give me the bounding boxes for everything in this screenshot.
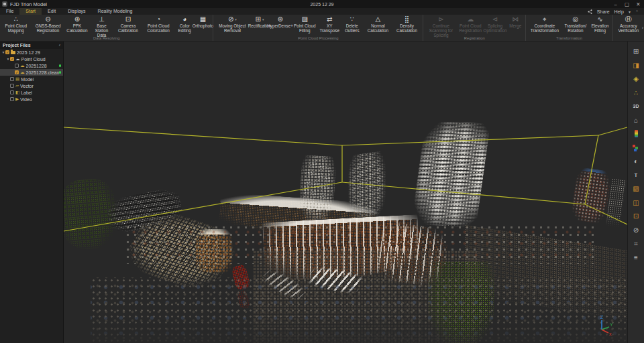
ribbon-button-color-editing[interactable]: ◕Color Editing (175, 15, 194, 33)
ribbon-button-orthophoto[interactable]: ▦Orthophoto (194, 15, 211, 29)
ribbon-button-splicing-optimization: ⊲Splicing Optimization (484, 15, 506, 33)
hide-region-icon[interactable]: ⊘ (632, 226, 641, 234)
tree-item-label: Point Cloud (21, 57, 46, 62)
ribbon-button-label: Point Cloud Registration (459, 24, 482, 33)
ribbon-button-translation-rotation[interactable]: ◎Translation/ Rotation (562, 15, 590, 33)
visibility-checkbox[interactable] (10, 57, 14, 61)
tree-item-point-cloud[interactable]: ▼☁Point Cloud (0, 56, 63, 62)
ribbon-group-label: Registration (423, 36, 525, 40)
orthophoto-icon: ▦ (200, 15, 206, 23)
ribbon-button-coordinate-transformation[interactable]: ⌖Coordinate Transformation (527, 15, 561, 33)
box-select-icon[interactable]: ▧ (632, 184, 641, 193)
camera-view-icon[interactable]: ◨ (632, 61, 641, 70)
visibility-checkbox[interactable] (15, 64, 19, 68)
section-box-icon[interactable]: ⊡ (632, 212, 641, 220)
text-label-icon[interactable]: T (632, 171, 641, 180)
ribbon-button-moving-object-removal[interactable]: ⊘▾Moving Object Removal (215, 15, 250, 33)
ribbon-button-ppk-calculation[interactable]: ⊕PPK Calculation (66, 15, 89, 33)
menu-tab-reality-modeling[interactable]: Reality Modeling (92, 8, 139, 15)
gnss-based-registration-icon: ⊖ (45, 15, 50, 23)
rgb-squares (633, 144, 640, 151)
menu-tab-displays[interactable]: Displays (62, 8, 91, 15)
visibility-checkbox[interactable] (5, 50, 9, 54)
color-palette-icon[interactable] (632, 143, 641, 152)
dropdown-caret-icon[interactable]: ▾ (262, 15, 264, 23)
ribbon-button-elevation-fitting[interactable]: ∿Elevation Fitting (589, 15, 610, 33)
dropdown-caret-icon[interactable]: ▾ (235, 15, 237, 23)
ribbon-button-rectification[interactable]: ⊞▾Rectification (250, 15, 269, 29)
help-dropdown-icon[interactable]: ▾ (629, 9, 631, 14)
panel-collapse-icon[interactable]: ‹ (59, 43, 60, 48)
tree-item-video[interactable]: ▶Video (0, 96, 63, 102)
tree-item-model[interactable]: ▤Model (0, 76, 63, 82)
viewport-3d[interactable]: Z Y x (64, 42, 627, 343)
ribbon-button-label: Elevation Fitting (590, 24, 609, 33)
point-cloud-mid-speckle (124, 224, 594, 264)
share-button[interactable]: Share (597, 9, 610, 14)
minimize-button[interactable]: – (610, 1, 621, 7)
ribbon-button-label: Normal Calculation (365, 24, 391, 33)
xy-transpose-icon: ⇄ (327, 15, 332, 23)
ribbon-button-label: Splicing Optimization (484, 24, 507, 33)
ribbon-overflow-icon[interactable]: › (642, 25, 643, 30)
ribbon-button-delete-outliers[interactable]: ∵Delete Outliers (341, 15, 364, 33)
tree-item-label: Model (21, 77, 34, 82)
ribbon-button-gnss-based-registration[interactable]: ⊖GNSS-Based Registration (31, 15, 66, 33)
contrast-icon[interactable]: ◐ (632, 157, 641, 165)
menu-tab-start[interactable]: Start (19, 8, 42, 15)
slice-box-icon[interactable]: ◫ (632, 198, 641, 207)
lock-view-icon[interactable]: ⌂ (632, 116, 641, 125)
help-button[interactable]: Help (614, 9, 624, 14)
delete-outliers-icon: ∵ (350, 15, 354, 23)
menu-tab-edit[interactable]: Edit (42, 8, 62, 15)
tree-item-vector[interactable]: ▱Vector (0, 82, 63, 89)
color-editing-icon: ◕ (182, 15, 186, 23)
rectification-icon: ⊞▾ (255, 15, 264, 23)
ribbon-group-label: Data Resolving (0, 36, 213, 40)
measure-points-icon[interactable]: ∴ (632, 88, 641, 97)
color-ramp-icon[interactable] (632, 129, 641, 138)
visibility-checkbox[interactable] (15, 70, 19, 74)
ribbon-button-camera-calibration[interactable]: ⊡Camera Calibration (115, 15, 142, 33)
ribbon-button-normal-calculation[interactable]: △Normal Calculation (364, 15, 392, 33)
coordinate-transformation-icon: ⌖ (543, 15, 547, 23)
maximize-button[interactable]: ▢ (621, 1, 633, 7)
point-cloud-colorization-icon: ◔ (156, 15, 160, 23)
ribbon-button-point-cloud-filling[interactable]: ▨Point Cloud Filling (291, 15, 319, 33)
crop-icon[interactable]: ⌗ (632, 239, 641, 248)
fullscreen-grid-icon[interactable]: ⊞ (632, 47, 641, 56)
ribbon-button-label: Translation/ Rotation (564, 24, 588, 33)
menu-tab-file[interactable]: File (0, 8, 19, 15)
ribbon-button-hyperdense[interactable]: ⊛HyperDense+ (269, 15, 290, 29)
tree-item-2025-12-29[interactable]: ▼2025 12 29 (0, 49, 63, 56)
ribbon-toolbar: ∴Point Cloud Mapping⊖GNSS-Based Registra… (0, 15, 644, 42)
density-calculation-icon: ⣿ (405, 15, 409, 23)
point-cloud-tall-tower (411, 121, 490, 226)
viewport-toolbar: ⊞◨◈∴3D⌂◐T▧◫⊡⊘⌗≡ (627, 42, 644, 343)
list-menu-icon[interactable]: ≡ (632, 253, 641, 262)
app-window: FJD Trion Model 2025 12 29 – ▢ ✕ FileSta… (0, 0, 644, 343)
visibility-checkbox[interactable] (10, 84, 14, 88)
tree-item-20251228[interactable]: ☁20251228 (0, 62, 63, 69)
ribbon-button-point-cloud-colorization[interactable]: ◔Point Cloud Colorization (142, 15, 175, 33)
visibility-checkbox[interactable] (10, 97, 14, 101)
ribbon-button-label: Point Cloud Mapping (3, 24, 30, 33)
hyperdense-icon: ⊛ (277, 15, 282, 23)
3d-mode-icon[interactable]: 3D (632, 102, 641, 111)
tree-item-20251228-clean1[interactable]: ☁20251228.clean1 (0, 69, 63, 76)
ribbon-button-xy-transpose[interactable]: ⇄XY Transpose (319, 15, 341, 33)
visibility-checkbox[interactable] (10, 77, 14, 81)
ribbon-button-label: Orthophoto (193, 24, 214, 29)
ribbon-button-density-calculation[interactable]: ⣿Density Calculation (392, 15, 421, 33)
close-button[interactable]: ✕ (633, 1, 644, 7)
visibility-checkbox[interactable] (10, 90, 14, 94)
collapse-ribbon-icon[interactable]: ⌃ (635, 9, 639, 14)
ribbon-button-base-station-data[interactable]: ⊥Base Station Data (89, 15, 114, 38)
tree-item-label[interactable]: ◧Label (0, 89, 63, 96)
move-tool-icon[interactable]: ◈ (632, 74, 641, 83)
translation-rotation-icon: ◎ (573, 15, 579, 23)
ribbon-button-label: Merge (509, 24, 521, 29)
folder-icon (11, 51, 15, 54)
ribbon-button-accuracy-verification[interactable]: ⒽAccuracy Verification (614, 15, 643, 33)
ribbon-button-point-cloud-mapping[interactable]: ∴Point Cloud Mapping (1, 15, 31, 33)
